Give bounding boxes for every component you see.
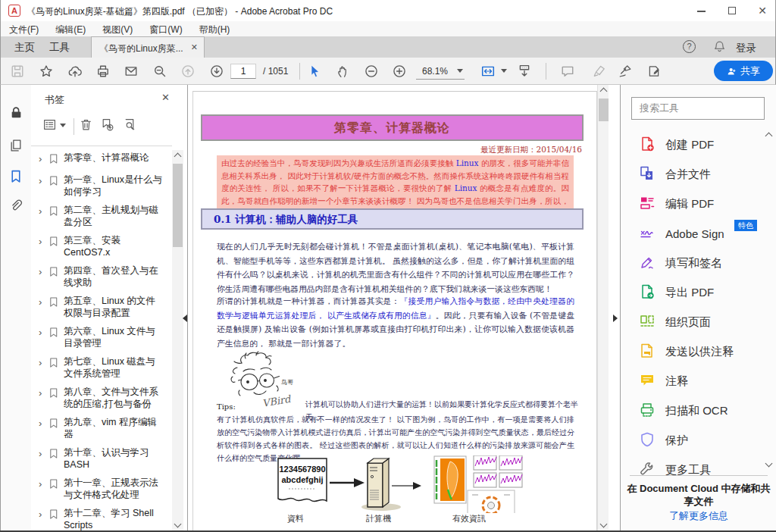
bookmark-item[interactable]: ›第七章、Linux 磁盘与文件系统管理: [39, 356, 172, 380]
delete-bookmark-icon[interactable]: [80, 118, 92, 134]
comment-tool-icon[interactable]: [561, 64, 574, 78]
find-bookmark-icon[interactable]: [124, 118, 136, 134]
menu-3[interactable]: 窗口(W): [141, 21, 190, 36]
tool-item-export-pdf[interactable]: 导出 PDF: [621, 278, 772, 308]
collapse-left-panel-icon[interactable]: [183, 315, 187, 322]
expand-chevron-icon[interactable]: ›: [39, 265, 48, 289]
tool-item-scan-ocr[interactable]: 扫描和 OCR: [621, 396, 772, 426]
fit-width-icon[interactable]: [481, 64, 495, 78]
chapter-banner: 第零章、计算器概论: [201, 114, 584, 141]
help-icon[interactable]: ?: [683, 40, 696, 53]
highlight-tool-icon[interactable]: [593, 64, 606, 78]
zoom-out-icon[interactable]: [365, 64, 378, 78]
bookmark-item[interactable]: ›第十一章、正规表示法与文件格式化处理: [39, 477, 172, 501]
bookmark-item[interactable]: ›第八章、文件与文件系统的压缩,打包与备份: [39, 386, 172, 410]
zoom-in-icon[interactable]: [393, 64, 406, 78]
previous-view-icon[interactable]: [181, 64, 195, 78]
bookmark-icon: [48, 417, 64, 440]
bookmark-icon: [48, 265, 64, 289]
expand-chevron-icon[interactable]: ›: [39, 386, 48, 410]
bookmark-item[interactable]: ›第一章、Linux是什么与如何学习: [39, 174, 172, 198]
bookmark-options-icon[interactable]: [43, 118, 56, 134]
expand-chevron-icon[interactable]: ›: [39, 174, 48, 198]
tab-document[interactable]: 《鸟哥的Linux房菜...✕: [91, 36, 205, 58]
notifications-bell-icon[interactable]: [713, 40, 726, 56]
bookmarks-icon[interactable]: [9, 170, 23, 186]
tool-item-create-pdf[interactable]: 创建 PDF: [621, 130, 772, 160]
tools-list: 创建 PDF合并文件编辑 PDFAdobe Sign填写和签名导出 PDF组织页…: [621, 130, 772, 475]
expand-chevron-icon[interactable]: ›: [39, 477, 48, 501]
expand-chevron-icon[interactable]: ›: [39, 417, 48, 440]
bookmark-options-caret-icon[interactable]: [60, 124, 66, 127]
comment-icon: [639, 372, 656, 392]
search-tools-input[interactable]: 搜索工具: [631, 97, 765, 120]
bookmark-item[interactable]: ›第十章、认识与学习 BASH: [39, 447, 172, 471]
menu-1[interactable]: 编辑(E): [47, 21, 94, 36]
expand-chevron-icon[interactable]: ›: [39, 356, 48, 380]
zoom-level-value[interactable]: 68.1%: [418, 66, 452, 77]
tool-item-more-tools[interactable]: 更多工具: [621, 455, 772, 475]
tool-item-edit-pdf[interactable]: 编辑 PDF: [621, 189, 772, 219]
dropdown-caret-icon[interactable]: [501, 69, 507, 73]
close-button[interactable]: ✕: [747, 0, 776, 21]
scrolling-mode-icon[interactable]: [518, 64, 531, 78]
tab-tools[interactable]: 工具: [49, 36, 70, 55]
next-view-icon[interactable]: [210, 64, 224, 78]
expand-chevron-icon[interactable]: ›: [39, 447, 48, 471]
tab-close-icon[interactable]: ✕: [191, 42, 198, 52]
tool-item-organize-pages[interactable]: 组织页面: [621, 308, 772, 337]
dropdown-caret-icon[interactable]: [457, 69, 463, 73]
expand-chevron-icon[interactable]: ›: [39, 326, 48, 349]
menu-4[interactable]: 帮助(H): [191, 21, 239, 36]
page-number-input[interactable]: 1: [230, 64, 256, 79]
expand-chevron-icon[interactable]: ›: [39, 235, 48, 258]
lock-icon[interactable]: [9, 106, 23, 123]
learn-more-link[interactable]: 了解更多信息: [621, 509, 776, 523]
new-bookmark-icon[interactable]: [101, 118, 114, 134]
bookmark-item[interactable]: ›第二章、主机规划与磁盘分区: [39, 205, 172, 228]
expand-chevron-icon[interactable]: ›: [39, 508, 48, 530]
tool-item-combine-files[interactable]: 合并文件: [621, 160, 772, 189]
bookmark-item[interactable]: ›第六章、Linux 文件与目录管理: [39, 326, 172, 349]
expand-chevron-icon[interactable]: ›: [39, 152, 48, 167]
page-thumbnails-icon[interactable]: [9, 139, 23, 155]
attachments-icon[interactable]: [9, 199, 23, 216]
bookmark-item[interactable]: ›第三章、安装 CentOS7.x: [39, 235, 172, 258]
stamp-tool-icon[interactable]: [647, 64, 661, 78]
tool-item-send-comments[interactable]: 发送以供注释: [621, 337, 772, 367]
expand-chevron-icon[interactable]: ›: [39, 205, 48, 228]
bookmark-item[interactable]: ›第五章、Linux 的文件权限与目录配置: [39, 296, 172, 319]
tool-item-fill-sign[interactable]: 填写和签名: [621, 249, 772, 278]
bookmark-item[interactable]: ›第九章、vim 程序编辑器: [39, 417, 172, 440]
bookmarks-panel-title: 书签: [45, 93, 64, 107]
bookmark-item[interactable]: ›第四章、首次登入与在线求助: [39, 265, 172, 289]
bookmark-item[interactable]: ›第零章、计算器概论: [39, 152, 172, 167]
star-icon[interactable]: [39, 64, 53, 78]
zoom-out-tool-icon[interactable]: [153, 64, 167, 78]
sign-tool-icon[interactable]: [618, 64, 632, 78]
maximize-button[interactable]: [717, 0, 747, 21]
hand-tool-icon[interactable]: [336, 64, 350, 78]
fill-sign-icon: [639, 254, 656, 274]
tab-home[interactable]: 主页: [14, 36, 35, 55]
print-icon[interactable]: [96, 64, 110, 78]
menu-0[interactable]: 文件(F): [1, 21, 47, 36]
tool-item-comment[interactable]: 注释: [621, 367, 772, 396]
share-button[interactable]: 共享: [714, 61, 773, 81]
select-tool-icon[interactable]: [308, 64, 321, 78]
minimize-button[interactable]: [687, 0, 717, 21]
bookmark-item[interactable]: ›第十二章、学习 Shell Scripts: [39, 508, 172, 530]
save-icon[interactable]: [11, 64, 24, 78]
collapse-right-panel-icon[interactable]: [613, 315, 618, 322]
sign-in-button[interactable]: 登录: [736, 42, 756, 55]
menu-2[interactable]: 视图(V): [94, 21, 141, 36]
bookmarks-close-icon[interactable]: ✕: [161, 92, 170, 103]
email-icon[interactable]: [124, 64, 138, 78]
expand-chevron-icon[interactable]: ›: [39, 296, 48, 319]
cloud-upload-icon[interactable]: [68, 64, 82, 78]
organize-pages-icon: [639, 313, 656, 333]
document-scrollbar[interactable]: [597, 85, 609, 530]
tool-item-protect[interactable]: 保护: [621, 426, 772, 455]
bookmark-label: 第五章、Linux 的文件权限与目录配置: [64, 296, 164, 319]
bookmarks-scrollbar[interactable]: [172, 150, 183, 530]
